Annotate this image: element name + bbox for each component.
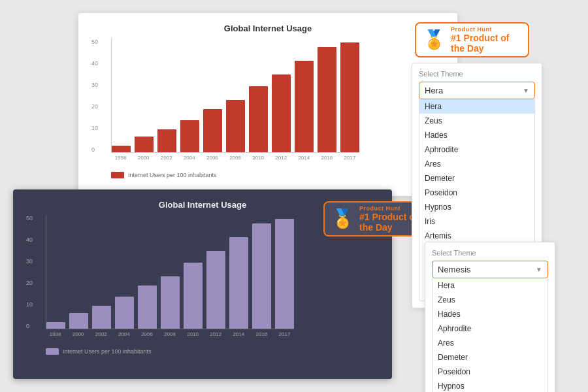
dark-dropdown-item[interactable]: Aphrodite [433, 321, 547, 336]
dark-bar [229, 237, 248, 329]
light-ph-badge: 🏅 Product Hunt #1 Product of the Day [415, 22, 529, 57]
dark-dropdown-item[interactable]: Ares [433, 336, 547, 350]
light-select-box[interactable]: Hera ▼ [419, 82, 535, 99]
light-x-label: 2004 [180, 155, 199, 161]
light-x-labels: 1998200020022004200620082010201220142016… [111, 155, 359, 161]
dark-select-box[interactable]: Nemesis ▼ [432, 261, 548, 278]
dark-bars-container [46, 215, 294, 329]
dark-y-label: 20 [26, 280, 33, 286]
light-x-label: 2012 [272, 155, 291, 161]
dark-chevron-down-icon: ▼ [536, 266, 542, 273]
light-dropdown-item[interactable]: Iris [419, 214, 534, 229]
light-ph-main: #1 Product of the Day [451, 33, 521, 54]
light-dropdown-item[interactable]: Zeus [419, 114, 534, 128]
light-bars-container [111, 39, 359, 153]
dark-dropdown-item[interactable]: Hera [433, 278, 547, 293]
dark-select-label: Select Theme [432, 249, 548, 257]
light-x-label: 2014 [295, 155, 314, 161]
light-bar [180, 120, 199, 152]
dark-x-label: 1998 [46, 331, 65, 337]
dark-dropdown-item[interactable]: Demeter [433, 350, 547, 365]
dark-x-label: 2012 [206, 331, 225, 337]
light-bar [340, 42, 359, 152]
light-y-label: 40 [91, 60, 98, 67]
light-ph-text: Product Hunt #1 Product of the Day [451, 26, 521, 54]
light-x-label: 2000 [134, 155, 153, 161]
light-y-label: 0 [91, 146, 98, 153]
dark-x-label: 2006 [137, 331, 156, 337]
light-bar [226, 100, 245, 153]
light-legend: Internet Users per 100 inhabitants [111, 172, 444, 178]
dark-y-label: 0 [26, 323, 33, 329]
dark-legend-dot [46, 348, 59, 355]
light-x-label: 2016 [318, 155, 336, 161]
dark-bar [138, 286, 157, 329]
dark-dropdown-item[interactable]: Hades [433, 307, 547, 321]
dark-x-label: 2017 [275, 331, 294, 337]
light-y-label: 20 [91, 103, 98, 110]
dark-bar [69, 313, 88, 329]
dark-legend: Internet Users per 100 inhabitants [46, 348, 379, 355]
light-medal-icon: 🏅 [423, 31, 446, 49]
dark-chart-area: 01020304050 1998200020022004200620082010… [46, 215, 294, 346]
light-legend-text: Internet Users per 100 inhabitants [128, 172, 217, 178]
dark-x-label: 2010 [184, 331, 203, 337]
light-theme-card: Global Internet Usage 01020304050 199820… [78, 13, 457, 196]
light-chart-area: 01020304050 1998200020022004200620082010… [111, 39, 359, 169]
light-bar [203, 109, 222, 153]
light-bar [272, 74, 291, 152]
dark-dropdown: HeraZeusHadesAphroditeAresDemeterPoseido… [432, 278, 548, 392]
light-dropdown-item[interactable]: Artemis [419, 229, 534, 243]
dark-x-label: 2002 [91, 331, 110, 337]
light-ph-small: Product Hunt [451, 26, 521, 33]
light-bar [249, 86, 268, 153]
light-selected-value: Hera [425, 86, 443, 95]
light-dropdown-item[interactable]: Ares [419, 157, 534, 171]
dark-bar [252, 223, 271, 329]
dark-x-label: 2016 [252, 331, 271, 337]
dark-dropdown-item[interactable]: Poseidon [433, 365, 547, 379]
dark-y-label: 40 [26, 237, 33, 243]
dark-dropdown-item[interactable]: Zeus [433, 293, 547, 307]
dark-bar [275, 219, 294, 329]
light-dropdown-item[interactable]: Hera [419, 99, 534, 114]
dark-x-label: 2004 [114, 331, 133, 337]
light-dropdown-item[interactable]: Hypnos [419, 200, 534, 214]
light-y-axis: 01020304050 [91, 39, 98, 153]
dark-dropdown-item[interactable]: Hypnos [433, 379, 547, 392]
dark-selected-value: Nemesis [438, 265, 471, 274]
light-x-label: 2008 [225, 155, 244, 161]
light-x-label: 2006 [203, 155, 221, 161]
light-legend-dot [111, 172, 124, 178]
light-bar [318, 47, 336, 152]
light-chevron-down-icon: ▼ [523, 87, 529, 94]
dark-x-label: 2008 [160, 331, 179, 337]
dark-y-label: 50 [26, 215, 33, 221]
dark-bar [206, 251, 225, 329]
dark-bar [161, 276, 180, 329]
light-bar [295, 61, 314, 152]
light-y-label: 10 [91, 125, 98, 131]
dark-x-label: 2014 [229, 331, 248, 337]
dark-bar [46, 322, 65, 329]
dark-bar [115, 297, 134, 329]
dark-x-labels: 1998200020022004200620082010201220142016… [46, 331, 294, 337]
light-y-label: 50 [91, 39, 98, 45]
dark-select-panel: Select Theme Nemesis ▼ HeraZeusHadesAphr… [425, 242, 555, 392]
light-dropdown-item[interactable]: Demeter [419, 171, 534, 186]
dark-y-label: 10 [26, 301, 33, 308]
light-dropdown-item[interactable]: Poseidon [419, 186, 534, 200]
dark-bar [92, 306, 111, 329]
dark-legend-text: Internet Users per 100 inhabitants [63, 348, 152, 355]
dark-y-label: 30 [26, 258, 33, 265]
light-x-label: 2017 [340, 155, 359, 161]
dark-y-axis: 01020304050 [26, 215, 33, 329]
light-x-label: 2002 [157, 155, 176, 161]
light-x-label: 1998 [111, 155, 130, 161]
light-x-label: 2010 [249, 155, 268, 161]
light-dropdown-item[interactable]: Aphrodite [419, 142, 534, 157]
light-dropdown-item[interactable]: Hades [419, 128, 534, 142]
dark-x-label: 2000 [69, 331, 88, 337]
dark-bar [184, 263, 203, 329]
light-bar [157, 129, 176, 152]
